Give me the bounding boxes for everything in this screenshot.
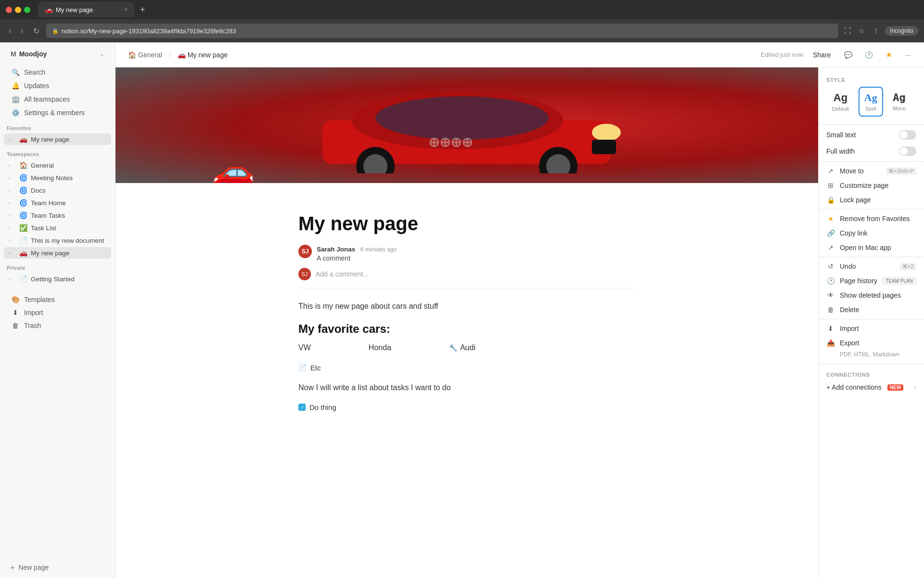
panel-menu-item-undo[interactable]: ↺ Undo ⌘+Z bbox=[819, 259, 924, 274]
panel-menu-label: Page history bbox=[840, 277, 877, 285]
add-comment-row[interactable]: SJ Add a comment... bbox=[298, 268, 635, 280]
breadcrumb-general[interactable]: 🏠 General bbox=[125, 50, 165, 60]
sidebar-item-import[interactable]: ⬇ Import bbox=[4, 306, 111, 319]
panel-menu-item-page-history[interactable]: 🕐 Page history TEAM PLAN bbox=[819, 274, 924, 288]
style-section-title: STYLE bbox=[819, 75, 924, 87]
panel-menu-item-customize[interactable]: ⊞ Customize page bbox=[819, 178, 924, 193]
page-body-text: This is my new page about cars and stuff bbox=[298, 300, 635, 313]
breadcrumb-separator: / bbox=[169, 51, 171, 59]
panel-menu-item-import[interactable]: ⬇ Import bbox=[819, 321, 924, 336]
sidebar-item-settings[interactable]: ⚙️ Settings & members bbox=[4, 106, 111, 119]
team-tasks-icon: 🌀 bbox=[18, 211, 28, 219]
toggle-knob bbox=[900, 147, 908, 155]
style-option-serif[interactable]: Ag Serif bbox=[859, 87, 883, 117]
sidebar-item-docs[interactable]: › 🌀 Docs bbox=[4, 184, 111, 196]
favorites-section-header: Favorites bbox=[0, 119, 115, 133]
panel-divider-1 bbox=[819, 124, 924, 125]
extensions-button[interactable]: ⛶ bbox=[842, 25, 853, 37]
new-tab-button[interactable]: + bbox=[140, 5, 145, 15]
sidebar-item-search[interactable]: 🔍 Search bbox=[4, 66, 111, 79]
page-icon: 🚗 bbox=[18, 135, 28, 143]
undo-icon: ↺ bbox=[826, 263, 835, 270]
close-traffic-light[interactable] bbox=[6, 7, 12, 13]
audi-logo-icon: 🔧 bbox=[449, 344, 457, 352]
back-button[interactable]: ‹ bbox=[6, 25, 14, 37]
user-pill[interactable]: Incognito bbox=[885, 26, 918, 36]
panel-menu-item-delete[interactable]: 🗑 Delete bbox=[819, 302, 924, 317]
sidebar-item-team-home[interactable]: › 🌀 Team Home bbox=[4, 197, 111, 209]
svg-point-7 bbox=[592, 124, 621, 141]
sidebar-item-trash[interactable]: 🗑 Trash bbox=[4, 319, 111, 332]
chevron-icon: › bbox=[9, 175, 15, 181]
reload-button[interactable]: ↻ bbox=[30, 25, 42, 38]
docs-icon: 🌀 bbox=[18, 186, 28, 194]
workspace-chevron: ⌄ bbox=[100, 51, 104, 57]
sidebar-item-all-teamspaces[interactable]: 🏢 All teamspaces bbox=[4, 93, 111, 105]
comment-button[interactable]: 💬 bbox=[840, 49, 856, 61]
import-icon: ⬇ bbox=[11, 309, 20, 316]
serif-style-label: Serif bbox=[865, 106, 876, 112]
open-mac-icon: ↗ bbox=[826, 244, 835, 251]
topbar-actions: Edited just now Share 💬 🕐 ★ ··· bbox=[761, 48, 914, 62]
panel-menu-item-move-to[interactable]: ↗ Move to ⌘+Shift+P bbox=[819, 164, 924, 178]
sidebar-item-meeting-notes[interactable]: › 🌀 Meeting Notes bbox=[4, 172, 111, 184]
chevron-icon: › bbox=[9, 188, 15, 193]
share-button[interactable]: Share bbox=[808, 49, 835, 61]
sidebar-item-task-list[interactable]: › ✅ Task List bbox=[4, 222, 111, 234]
active-tab[interactable]: 🚗 My new page × bbox=[38, 2, 134, 17]
panel-menu-item-copy-link[interactable]: 🔗 Copy link bbox=[819, 226, 924, 240]
new-badge: NEW bbox=[887, 384, 903, 391]
sidebar-item-my-new-page[interactable]: › 🚗 My new page bbox=[4, 247, 111, 259]
sidebar-item-this-is-my-new-doc[interactable]: › 📄 This is my new document bbox=[4, 235, 111, 246]
default-style-preview: Ag bbox=[834, 92, 847, 104]
style-option-default[interactable]: Ag Default bbox=[826, 87, 855, 117]
style-option-mono[interactable]: Ag Mono bbox=[887, 87, 912, 117]
sidebar-item-general[interactable]: › 🏠 General bbox=[4, 159, 111, 171]
panel-menu-item-remove-favorites[interactable]: ★ Remove from Favorites bbox=[819, 211, 924, 226]
team-plan-badge: TEAM PLAN bbox=[882, 277, 916, 285]
task-checkbox[interactable]: ✓ bbox=[298, 404, 306, 411]
user-label: Incognito bbox=[890, 27, 913, 34]
tab-close-button[interactable]: × bbox=[124, 6, 128, 13]
panel-menu-item-export[interactable]: 📤 Export bbox=[819, 336, 924, 350]
add-connections-button[interactable]: + Add connections NEW › bbox=[826, 381, 916, 393]
minimize-traffic-light[interactable] bbox=[15, 7, 21, 13]
panel-menu-item-show-deleted[interactable]: 👁 Show deleted pages bbox=[819, 288, 924, 302]
more-button[interactable]: ··· bbox=[901, 49, 914, 61]
sidebar-item-templates[interactable]: 🎨 Templates bbox=[4, 293, 111, 306]
topbar: 🏠 General / 🚗 My new page Edited just no… bbox=[116, 42, 924, 67]
small-text-toggle[interactable] bbox=[899, 130, 916, 140]
full-width-toggle[interactable] bbox=[899, 146, 916, 156]
breadcrumb: 🏠 General / 🚗 My new page bbox=[125, 50, 755, 60]
workspace-name: Moodjoy bbox=[19, 50, 97, 58]
sidebar-item-label: General bbox=[31, 162, 106, 169]
export-sub-label: PDF, HTML, Markdown bbox=[819, 350, 924, 362]
sidebar-item-my-new-page-fav[interactable]: › 🚗 My new page bbox=[4, 133, 111, 145]
maximize-traffic-light[interactable] bbox=[24, 7, 30, 13]
breadcrumb-current-page[interactable]: 🚗 My new page bbox=[175, 50, 231, 60]
address-bar[interactable]: 🔒 notion.so/My-new-page-193190a8239a4f9d… bbox=[46, 24, 839, 38]
workspace-header[interactable]: M Moodjoy ⌄ bbox=[4, 44, 111, 64]
panel-menu-item-lock[interactable]: 🔒 Lock page bbox=[819, 193, 924, 207]
browser-menu-button[interactable]: ⋮ bbox=[871, 25, 881, 37]
teamspaces-section-header: Teamspaces bbox=[0, 145, 115, 159]
comment-time: 6 minutes ago bbox=[360, 246, 397, 253]
panel-menu-item-open-mac[interactable]: ↗ Open in Mac app bbox=[819, 240, 924, 255]
history-button[interactable]: 🕐 bbox=[861, 49, 877, 61]
main-content: ⊕⊕⊕⊕ 🚗 My new page SJ bbox=[116, 67, 818, 578]
favorite-button[interactable]: ★ bbox=[882, 48, 896, 62]
sidebar-item-updates[interactable]: 🔔 Updates bbox=[4, 79, 111, 92]
customize-icon: ⊞ bbox=[826, 182, 835, 189]
panel-menu-label: Delete bbox=[840, 306, 916, 314]
sidebar-item-getting-started[interactable]: › 📄 Getting Started bbox=[4, 273, 111, 285]
star-icon: ★ bbox=[886, 50, 892, 59]
sidebar-item-label: Docs bbox=[31, 187, 106, 194]
new-page-button[interactable]: + New page bbox=[4, 561, 111, 574]
forward-button[interactable]: › bbox=[18, 25, 26, 37]
plus-icon: + bbox=[11, 564, 14, 571]
delete-icon: 🗑 bbox=[826, 306, 835, 314]
new-page-label: New page bbox=[18, 564, 49, 571]
add-comment-input[interactable]: Add a comment... bbox=[316, 270, 369, 278]
sidebar-item-team-tasks[interactable]: › 🌀 Team Tasks bbox=[4, 210, 111, 221]
bookmark-button[interactable]: ☆ bbox=[857, 25, 867, 37]
